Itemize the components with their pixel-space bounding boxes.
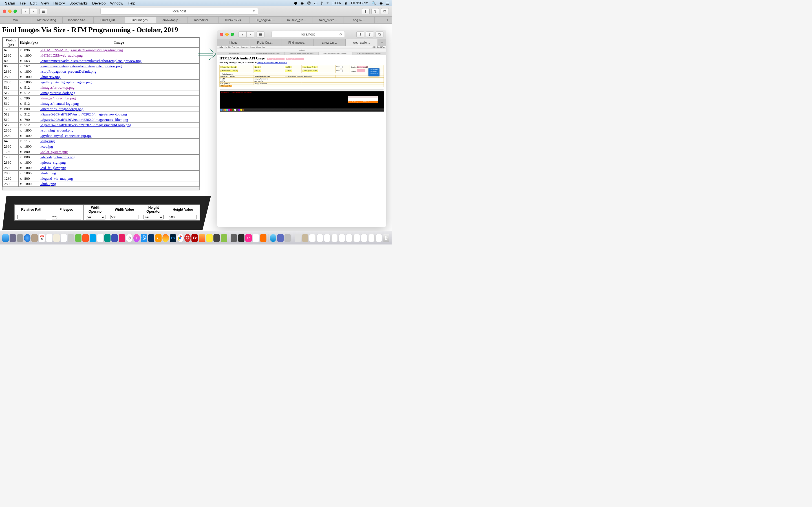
dock-doc-icon[interactable] [309,234,315,242]
dock-app-icon[interactable] [104,234,111,242]
browser-tab[interactable]: Wo [0,17,31,23]
dock-folder-icon[interactable] [302,234,308,242]
menu-history[interactable]: History [53,1,64,5]
image-link[interactable]: ./python_mysql_connector_pip.jpg [40,133,92,138]
dock-doc-icon[interactable] [317,234,323,242]
image-link[interactable]: ./solar_system.png [40,150,68,154]
menulet-icon[interactable]: ◉ [301,1,304,5]
browser-tab[interactable]: ong 62... [343,17,375,23]
forward-button[interactable]: › [246,31,254,38]
image-link[interactable]: ./hmeetsv.png [40,75,61,79]
sidebar-button[interactable]: ☰ [40,8,47,14]
bluetooth-icon[interactable]: ᛒ [321,1,323,5]
dock-doc-icon[interactable] [375,234,382,242]
browser-tab[interactable]: Inhouse Slid... [63,17,94,23]
image-link[interactable]: ./vmcommerce/templates/atomic/template_p… [40,64,122,68]
firefox-icon[interactable] [162,234,169,242]
dock-doc-icon[interactable] [353,234,360,242]
browser-tab[interactable]: 1024x768-s... [218,17,250,23]
photoshop-icon[interactable]: Ps [170,234,176,242]
safari-icon[interactable] [24,234,31,242]
dock-app-icon[interactable] [206,234,213,242]
browser-tab[interactable]: more-filter.... [188,17,219,23]
height-value-input[interactable] [169,215,197,219]
menu-window[interactable]: Window [110,1,123,5]
tabs-overview-button[interactable]: ⧉ [375,31,384,38]
dock-app-icon[interactable] [231,234,237,242]
tab-overflow-button[interactable]: ... [375,17,383,23]
image-link[interactable]: ./images/arrow-top.png [40,86,74,90]
dock-app-icon[interactable] [82,234,89,242]
browser-tab[interactable]: Find Images... [282,39,313,46]
browser-tab[interactable]: Inhous [217,39,249,46]
image-link[interactable]: ./decodepictowords.png [40,155,75,159]
itunes-icon[interactable]: ♪ [133,234,140,242]
dock-app-icon[interactable] [97,234,103,242]
dock-app-icon[interactable] [10,234,16,242]
width-operator-select[interactable]: >= [86,215,105,219]
dock-app-icon[interactable] [53,234,60,242]
battery-percent[interactable]: 100% [332,1,341,5]
image-link[interactable]: ./vd_fc_glow.png [40,166,66,170]
image-link[interactable]: ./memories_draganddrop.png [40,107,84,111]
image-link[interactable]: ./please_sign.png [40,160,66,165]
browser-tab[interactable]: web_audio.... [346,39,378,46]
opera-icon[interactable]: O [185,234,191,242]
dock-app-icon[interactable] [270,234,276,242]
battery-icon[interactable]: 🔋︎ [344,1,348,5]
wifi-icon[interactable]: ⌔ [326,1,329,5]
filezilla-icon[interactable]: Fz [192,234,198,242]
dock-app-icon[interactable] [61,234,67,242]
image-link[interactable]: ./Spare%20Staff%20Version%202.0/images/a… [40,112,127,116]
browser-tab[interactable]: solar_syste... [312,17,344,23]
image-link[interactable]: ./images/manutd-logo.png [40,101,79,106]
relative-path-input[interactable] [17,215,46,219]
dock-app-icon[interactable] [221,234,227,242]
dock-doc-icon[interactable] [324,234,331,242]
dock-app-icon[interactable] [277,234,284,242]
airplay-icon[interactable]: ▭ [314,1,317,5]
dock-app-icon[interactable] [238,234,245,242]
minimize-window-icon[interactable] [225,33,229,36]
image-link[interactable]: ./legend_via_map.png [40,176,73,180]
dock-app-icon[interactable] [17,234,23,242]
dock-folder-icon[interactable] [295,234,301,242]
image-link[interactable]: ./Spare%20Staff%20Version%202.0/images/m… [40,123,131,127]
clock[interactable]: Fri 9:08 am [351,1,368,5]
image-link[interactable]: ./Spare%20Staff%20Version%202.0/images/m… [40,117,128,122]
dock-doc-icon[interactable] [331,234,338,242]
minimize-window-icon[interactable] [8,10,11,13]
maximize-window-icon[interactable] [13,10,17,13]
image-link[interactable]: ./why.png [40,139,55,143]
share-button[interactable]: ⇧ [371,8,379,14]
dock-app-icon[interactable] [213,234,220,242]
image-link[interactable]: ./spinning_around.png [40,128,73,132]
tabs-overview-button[interactable]: ⧉ [381,8,389,14]
dock-app-icon[interactable] [119,234,125,242]
image-link[interactable]: ./HTMLCSS/web_audio.png [40,53,83,57]
browser-tab[interactable]: Fruits Quiz... [94,17,125,23]
appstore-icon[interactable]: Ⓐ [141,234,147,242]
downloads-button[interactable]: ⬇ [362,8,370,14]
dock-app-icon[interactable] [31,234,38,242]
dock-app-icon[interactable] [285,234,291,242]
reload-icon[interactable]: ⟳ [340,33,342,36]
dock-app-icon[interactable] [148,234,154,242]
siri-icon[interactable]: ◉ [379,1,383,5]
image-link[interactable]: ./huh3.png [40,182,56,186]
menu-bookmarks[interactable]: Bookmarks [69,1,88,5]
close-window-icon[interactable] [3,10,6,13]
adobe-xd-icon[interactable]: Xd [245,234,252,242]
address-bar[interactable]: localhost ⟳ [100,8,258,15]
trash-icon[interactable]: 🗑 [383,234,389,242]
browser-tab[interactable]: Fruits Quiz... [249,39,282,46]
image-link[interactable]: ./images/more-filter.png [40,96,76,100]
image-link[interactable]: ./stopPropagation_preventDefault.png [40,69,96,73]
menu-file[interactable]: File [20,1,26,5]
close-window-icon[interactable] [220,33,223,36]
dock-app-icon[interactable] [253,234,259,242]
spotlight-icon[interactable]: 🔍 [371,1,376,5]
menu-edit[interactable]: Edit [30,1,36,5]
chrome-icon[interactable] [177,234,184,242]
image-link[interactable]: ./HTMLCSS/MIDI.js-master/examples/images… [40,48,123,52]
